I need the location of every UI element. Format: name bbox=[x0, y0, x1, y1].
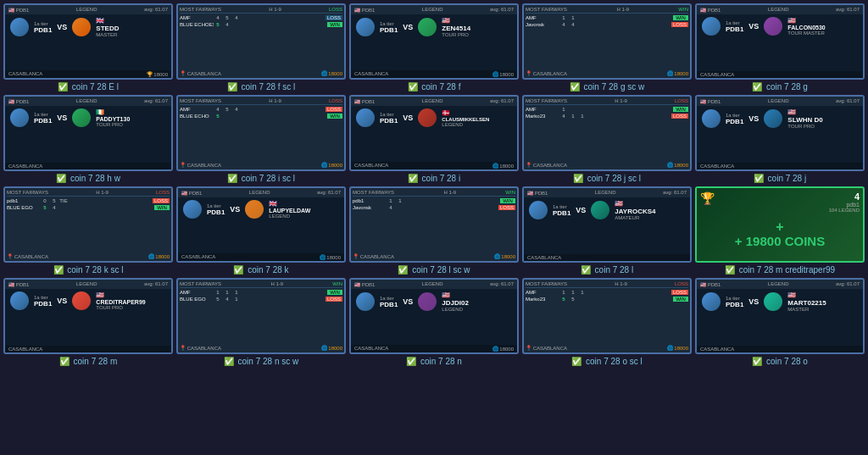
card20-p2-avatar bbox=[764, 292, 782, 311]
card20-vs: VS bbox=[748, 298, 759, 306]
check-icon-17: ✅ bbox=[224, 357, 234, 366]
card14-vs: VS bbox=[576, 207, 586, 214]
card18-label: ✅ coin 7 28 n bbox=[406, 357, 462, 366]
check-icon-14: ✅ bbox=[581, 265, 591, 275]
card6-p1-avatar bbox=[10, 108, 29, 127]
card19-label: ✅ coin 7 28 o sc l bbox=[571, 357, 643, 366]
card-9[interactable]: MOST FAIRWAYS H 1-9 LOSS AMF 1 WIN Marko… bbox=[522, 95, 692, 183]
card-1[interactable]: 🇺🇸 PDB1 LEGEND avg: 61.07 1a tier PDB1 V… bbox=[3, 3, 173, 92]
card5-p2-avatar bbox=[764, 17, 782, 36]
card14-p2-avatar bbox=[591, 201, 609, 219]
card-6[interactable]: 🇺🇸 PDB1 LEGEND avg: 61.07 1a tier PDB1 V… bbox=[3, 95, 173, 183]
card5-label: ✅ coin 7 28 g bbox=[752, 82, 808, 92]
card6-label: ✅ coin 7 28 h w bbox=[56, 174, 120, 183]
card16-p1-avatar bbox=[10, 291, 29, 310]
card1-tier: LEGEND bbox=[76, 7, 97, 13]
card10-label: ✅ coin 7 28 j bbox=[754, 174, 806, 183]
card16-p2-avatar bbox=[72, 291, 91, 310]
card7-label: ✅ coin 7 28 i sc l bbox=[227, 174, 295, 183]
card5-vs: VS bbox=[748, 23, 759, 31]
coin-card-number: 4 bbox=[854, 191, 860, 202]
card-8[interactable]: 🇺🇸 PDB1 LEGEND avg: 61.07 1a tier PDB1 V… bbox=[349, 95, 519, 183]
card-11[interactable]: MOST FAIRWAYS H 1-9 LOSS pdb1 05TIE LOSS… bbox=[3, 186, 173, 275]
card12-p2-avatar bbox=[245, 200, 264, 219]
card-15[interactable]: 🏆 4 pdb1 104 LEGEND + + 19800 COINS ✅ co… bbox=[695, 186, 865, 275]
card-13[interactable]: MOST FAIRWAYS H 1-9 WIN pdb1 11 WIN Javo… bbox=[349, 186, 519, 275]
card18-vs: VS bbox=[403, 298, 413, 306]
card1-label: ✅ coin 7 28 E l bbox=[58, 82, 119, 92]
check-icon-11: ✅ bbox=[53, 265, 64, 275]
check-icon-15: ✅ bbox=[725, 265, 735, 275]
check-icon-8: ✅ bbox=[408, 174, 418, 183]
card-2[interactable]: MOST FAIRWAYS H 1-9 LOSS AMF 454 LOSS BL… bbox=[176, 3, 346, 92]
check-icon-10: ✅ bbox=[754, 174, 764, 183]
card20-p1-avatar bbox=[702, 292, 721, 311]
card-4[interactable]: MOST FAIRWAYS H 1-9 WIN AMF 11 WIN Javon… bbox=[522, 3, 692, 92]
card16-label: ✅ coin 7 28 m bbox=[59, 357, 117, 366]
card8-p2-avatar bbox=[418, 108, 437, 127]
card12-p1-avatar bbox=[183, 200, 202, 219]
card-5[interactable]: 🇺🇸 PDB1 LEGEND avg: 61.07 1a tier PDB1 V… bbox=[695, 3, 865, 92]
card1-vs: VS bbox=[57, 24, 67, 31]
card1-p2-avatar bbox=[72, 18, 91, 36]
card8-label: ✅ coin 7 28 i bbox=[408, 174, 460, 183]
card11-label: ✅ coin 7 28 k sc l bbox=[53, 265, 124, 275]
card5-p1-avatar bbox=[702, 17, 721, 36]
trophy-icon: 🏆 bbox=[700, 191, 715, 205]
card1-avg: avg: 61.07 bbox=[144, 7, 168, 13]
card8-p1-avatar bbox=[356, 108, 375, 127]
check-icon-20: ✅ bbox=[752, 357, 762, 366]
card-3[interactable]: 🇺🇸 PDB1 LEGEND avg: 61.07 1a tier PDB1 V… bbox=[349, 3, 519, 92]
cards-grid: 🇺🇸 PDB1 LEGEND avg: 61.07 1a tier PDB1 V… bbox=[0, 0, 868, 369]
card-12[interactable]: 🇺🇸 PDB1 LEGEND avg: 61.07 1a tier PDB1 V… bbox=[176, 186, 346, 275]
check-icon-12: ✅ bbox=[233, 265, 243, 275]
card3-p2-avatar bbox=[418, 18, 437, 36]
card17-label: ✅ coin 7 28 n sc w bbox=[224, 357, 299, 366]
card3-p1-avatar bbox=[356, 18, 375, 36]
check-icon-9: ✅ bbox=[573, 174, 583, 183]
card2-label: ✅ coin 7 28 f sc l bbox=[227, 82, 296, 92]
check-icon-3: ✅ bbox=[408, 82, 418, 92]
card1-prize: 🏆 18000 bbox=[147, 71, 168, 77]
check-icon-4: ✅ bbox=[570, 82, 580, 92]
card9-label: ✅ coin 7 28 j sc l bbox=[573, 174, 641, 183]
card-19[interactable]: MOST FAIRWAYS H 1-9 LOSS AMF 111 LOSS Ma… bbox=[522, 278, 692, 366]
card10-vs: VS bbox=[748, 115, 759, 123]
check-icon-2: ✅ bbox=[227, 82, 237, 92]
check-icon-18: ✅ bbox=[406, 357, 416, 366]
coin-amount: + 19800 COINS bbox=[735, 235, 825, 247]
card10-p2-avatar bbox=[764, 109, 782, 128]
card-18[interactable]: 🇺🇸 PDB1 LEGEND avg: 61.07 1a tier PDB1 V… bbox=[349, 278, 519, 366]
card13-label: ✅ coin 7 28 l sc w bbox=[398, 265, 470, 275]
card14-p1-avatar bbox=[529, 201, 548, 219]
check-icon-16: ✅ bbox=[59, 357, 70, 366]
card1-location: CASABLANCA bbox=[8, 71, 42, 77]
coin-plus-sign: + bbox=[776, 219, 783, 235]
card20-label: ✅ coin 7 28 o bbox=[752, 357, 808, 366]
card10-p1-avatar bbox=[702, 109, 721, 128]
card15-label: ✅ coin 7 28 m creditraper99 bbox=[725, 265, 835, 275]
card8-vs: VS bbox=[403, 114, 413, 122]
card-17[interactable]: MOST FAIRWAYS H 1-9 WIN AMF 111 WIN BLUE… bbox=[176, 278, 346, 366]
check-icon-13: ✅ bbox=[398, 265, 408, 275]
card18-p2-avatar bbox=[418, 292, 437, 311]
card4-label: ✅ coin 7 28 g sc w bbox=[570, 82, 645, 92]
card-16[interactable]: 🇺🇸 PDB1 LEGEND avg: 61.07 1a tier PDB1 V… bbox=[3, 278, 173, 366]
card-7[interactable]: MOST FAIRWAYS H 1-9 LOSS AMF 454 LOSS BL… bbox=[176, 95, 346, 183]
card1-p2-info: 🇬🇧 STEDD MASTER bbox=[96, 17, 119, 37]
check-icon-7: ✅ bbox=[227, 174, 237, 183]
card-14[interactable]: 🇺🇸 PDB1 LEGEND avg: 61.07 1a tier PDB1 V… bbox=[522, 186, 692, 275]
card3-label: ✅ coin 7 28 f bbox=[408, 82, 461, 92]
card14-label: ✅ coin 7 28 l bbox=[581, 265, 633, 275]
card6-p2-avatar bbox=[72, 108, 91, 127]
card12-vs: VS bbox=[230, 206, 240, 214]
check-icon-1: ✅ bbox=[58, 82, 68, 92]
card-20[interactable]: 🇺🇸 PDB1 LEGEND avg: 61.07 1a tier PDB1 V… bbox=[695, 278, 865, 366]
card1-p1-info: 1a tier PDB1 bbox=[34, 21, 52, 34]
check-icon-19: ✅ bbox=[571, 357, 581, 366]
check-icon-5: ✅ bbox=[752, 82, 762, 92]
card1-p1-avatar bbox=[10, 18, 29, 36]
card3-vs: VS bbox=[403, 24, 413, 31]
card6-vs: VS bbox=[57, 114, 67, 122]
card-10[interactable]: 🇺🇸 PDB1 LEGEND avg: 61.07 1a tier PDB1 V… bbox=[695, 95, 865, 183]
